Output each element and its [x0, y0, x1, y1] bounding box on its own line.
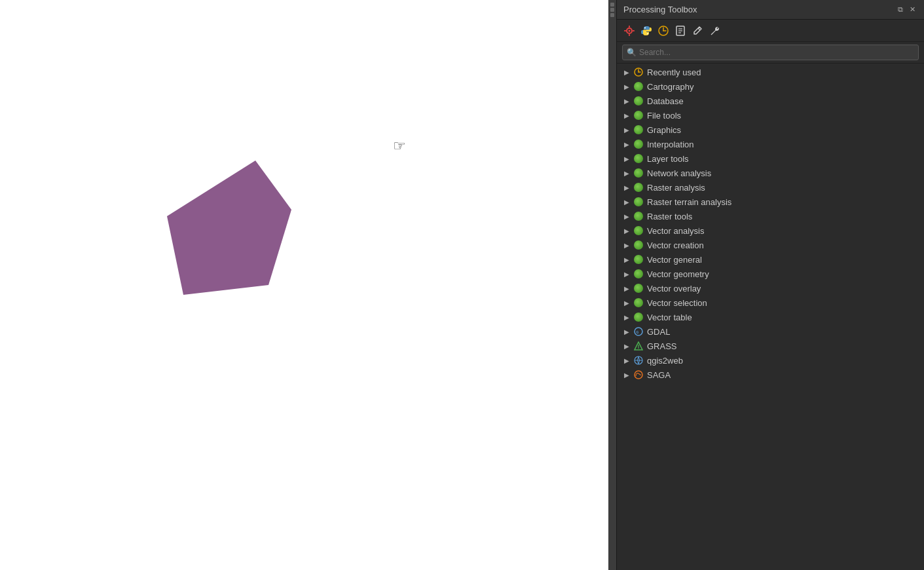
- tree-arrow: ▶: [623, 126, 630, 134]
- gdal-icon: G: [633, 326, 644, 337]
- options-button[interactable]: [707, 24, 722, 38]
- tree-arrow: ▶: [623, 155, 630, 162]
- tree-label-network-analysis: Network analysis: [647, 168, 711, 178]
- qgis-icon-cartography: [633, 81, 644, 92]
- tree-arrow: ▶: [623, 371, 630, 379]
- tree-arrow: ▶: [623, 299, 630, 307]
- tree-label-saga: SAGA: [647, 370, 671, 380]
- tree-label-cartography: Cartography: [647, 82, 694, 92]
- tree-item-database[interactable]: ▶ Database: [617, 94, 924, 108]
- qgis-icon-raster-tools: [633, 211, 644, 221]
- tree-item-gdal[interactable]: ▶ G GDAL: [617, 324, 924, 339]
- tree-item-vector-general[interactable]: ▶ Vector general: [617, 252, 924, 267]
- tree-item-raster-tools[interactable]: ▶ Raster tools: [617, 209, 924, 223]
- svg-point-8: [647, 33, 648, 34]
- search-input-wrapper[interactable]: 🔍: [622, 45, 919, 60]
- tree-label-vector-table: Vector table: [647, 313, 692, 322]
- tree-item-network-analysis[interactable]: ▶ Network analysis: [617, 166, 924, 180]
- qgis-icon-vector-creation: [633, 240, 644, 250]
- search-input[interactable]: [639, 48, 914, 57]
- toolbox-tree: ▶ Recently used ▶ Cartography ▶ Database: [617, 64, 924, 570]
- tree-arrow: ▶: [623, 242, 630, 249]
- svg-rect-3: [629, 26, 630, 28]
- close-button[interactable]: ✕: [908, 4, 917, 15]
- tree-arrow: ▶: [623, 285, 630, 292]
- svg-line-16: [698, 28, 700, 30]
- tree-item-graphics[interactable]: ▶ Graphics: [617, 123, 924, 137]
- svg-point-2: [629, 29, 631, 31]
- svg-text:G: G: [637, 330, 639, 334]
- toolbox-title: Processing Toolbox: [623, 5, 697, 14]
- tree-label-qgis2web: qgis2web: [647, 356, 683, 366]
- tree-arrow: ▶: [623, 343, 630, 350]
- tree-label-vector-general: Vector general: [647, 255, 702, 265]
- clock-icon: [633, 67, 644, 77]
- svg-rect-6: [633, 30, 635, 31]
- qgis-icon-vector-geometry: [633, 269, 644, 279]
- tree-item-grass[interactable]: ▶ GRASS: [617, 339, 924, 353]
- saga-icon: [633, 370, 644, 380]
- qgis-icon-layer-tools: [633, 153, 644, 164]
- map-canvas[interactable]: ☞: [0, 0, 608, 570]
- grass-icon: [633, 341, 644, 351]
- tree-label-vector-creation: Vector creation: [647, 240, 704, 250]
- tree-arrow: ▶: [623, 271, 630, 278]
- tree-label-vector-overlay: Vector overlay: [647, 284, 701, 294]
- header-controls: ⧉ ✕: [896, 4, 917, 15]
- tree-item-recently-used[interactable]: ▶ Recently used: [617, 65, 924, 79]
- svg-rect-4: [629, 34, 630, 36]
- tree-arrow: ▶: [623, 256, 630, 263]
- history-button[interactable]: [656, 24, 671, 38]
- tree-arrow: ▶: [623, 227, 630, 235]
- toolbox-toolbar: [617, 20, 924, 42]
- tree-item-vector-overlay[interactable]: ▶ Vector overlay: [617, 281, 924, 295]
- tree-arrow: ▶: [623, 112, 630, 119]
- run-algorithm-button[interactable]: [622, 24, 637, 38]
- tree-arrow: ▶: [623, 328, 630, 335]
- qgis-icon-file-tools: [633, 110, 644, 121]
- map-cursor: ☞: [393, 138, 406, 155]
- tree-arrow: ▶: [623, 170, 630, 177]
- tree-item-vector-geometry[interactable]: ▶ Vector geometry: [617, 267, 924, 281]
- tree-label-raster-tools: Raster tools: [647, 212, 692, 221]
- edit-button[interactable]: [690, 24, 705, 38]
- tree-label-raster-analysis: Raster analysis: [647, 183, 705, 193]
- tree-label-graphics: Graphics: [647, 125, 681, 135]
- tree-item-vector-selection[interactable]: ▶ Vector selection: [617, 295, 924, 310]
- tree-item-layer-tools[interactable]: ▶ Layer tools: [617, 151, 924, 166]
- toolbox-header: Processing Toolbox ⧉ ✕: [617, 0, 924, 20]
- search-icon: 🔍: [627, 48, 637, 57]
- tree-item-file-tools[interactable]: ▶ File tools: [617, 108, 924, 123]
- tree-item-interpolation[interactable]: ▶ Interpolation: [617, 137, 924, 151]
- qgis-icon-vector-general: [633, 254, 644, 265]
- qgis-icon-vector-analysis: [633, 225, 644, 236]
- tree-arrow: ▶: [623, 69, 630, 76]
- float-button[interactable]: ⧉: [896, 4, 905, 15]
- qgis-icon-interpolation: [633, 139, 644, 149]
- svg-rect-5: [624, 30, 626, 31]
- left-sidebar-strip: [608, 0, 616, 570]
- tree-item-saga[interactable]: ▶ SAGA: [617, 368, 924, 382]
- tree-item-cartography[interactable]: ▶ Cartography: [617, 79, 924, 94]
- qgis-icon-vector-selection: [633, 297, 644, 308]
- tree-item-vector-table[interactable]: ▶ Vector table: [617, 310, 924, 324]
- tree-arrow: ▶: [623, 314, 630, 321]
- tree-item-vector-analysis[interactable]: ▶ Vector analysis: [617, 223, 924, 238]
- tree-label-grass: GRASS: [647, 341, 677, 351]
- tree-label-raster-terrain-analysis: Raster terrain analysis: [647, 197, 731, 207]
- processing-toolbox-panel: Processing Toolbox ⧉ ✕: [616, 0, 924, 570]
- tree-item-raster-terrain-analysis[interactable]: ▶ Raster terrain analysis: [617, 195, 924, 209]
- qgis-icon-network-analysis: [633, 168, 644, 178]
- python-button[interactable]: [639, 24, 654, 38]
- search-bar: 🔍: [617, 42, 924, 64]
- tree-item-raster-analysis[interactable]: ▶ Raster analysis: [617, 180, 924, 195]
- tree-arrow: ▶: [623, 213, 630, 220]
- qgis-icon-graphics: [633, 124, 644, 135]
- tree-item-vector-creation[interactable]: ▶ Vector creation: [617, 238, 924, 252]
- tree-label-file-tools: File tools: [647, 111, 681, 121]
- results-button[interactable]: [673, 24, 688, 38]
- qgis-icon-database: [633, 96, 644, 106]
- tree-item-qgis2web[interactable]: ▶ qgis2web: [617, 353, 924, 368]
- tree-arrow: ▶: [623, 98, 630, 105]
- tree-label-database: Database: [647, 96, 684, 106]
